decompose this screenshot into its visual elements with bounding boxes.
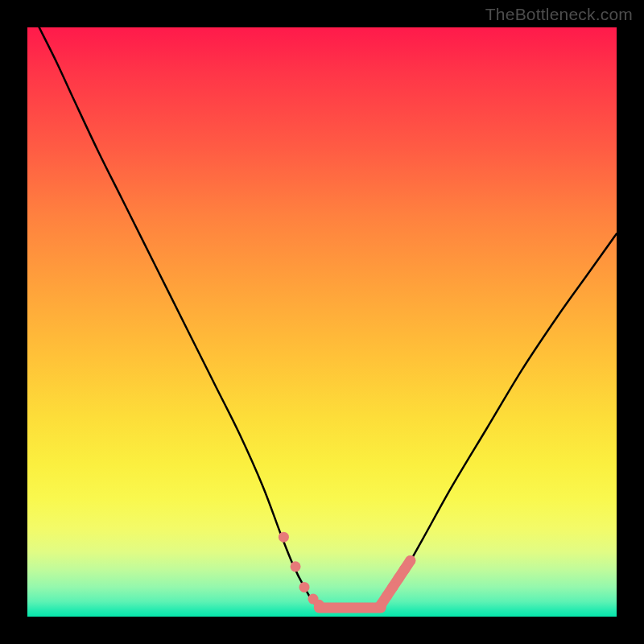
chart-svg: [27, 27, 617, 617]
marker-dot: [314, 600, 324, 610]
marker-dot: [394, 573, 404, 584]
marker-dot: [279, 532, 289, 543]
marker-dot: [387, 582, 398, 592]
marker-dot: [399, 564, 410, 575]
marker-dot: [299, 582, 310, 592]
plot-area: [27, 27, 617, 617]
marker-dot: [405, 555, 415, 566]
chart-frame: TheBottleneck.com: [0, 0, 644, 644]
marker-dot: [382, 591, 392, 601]
marker-dot: [376, 600, 386, 610]
attribution-text: TheBottleneck.com: [485, 5, 633, 24]
bottleneck-curve: [39, 27, 617, 612]
curve-path: [39, 27, 617, 612]
marker-dot: [291, 561, 301, 572]
marker-group: [279, 532, 415, 610]
